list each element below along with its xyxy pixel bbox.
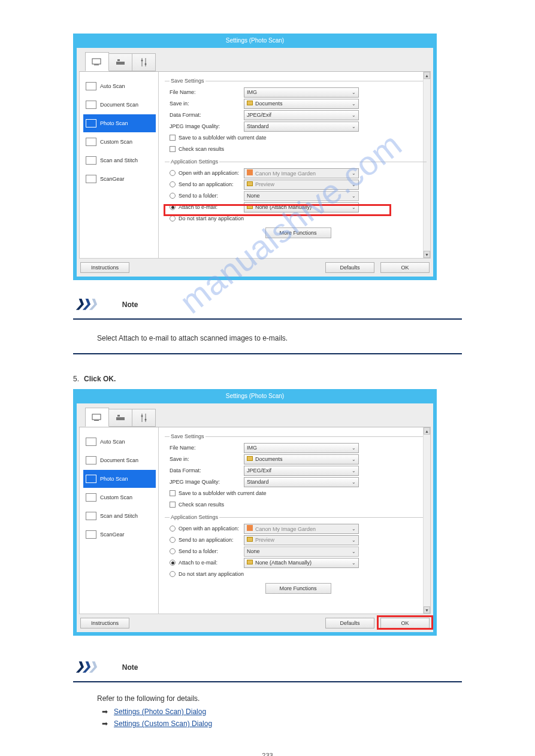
savein-combo[interactable]: Documents⌄ — [244, 99, 359, 109]
scroll-up-icon[interactable]: ▲ — [424, 427, 430, 435]
sendapp-combo[interactable]: Preview⌄ — [244, 535, 359, 545]
attachemail-label: Attach to e-mail: — [179, 560, 217, 566]
openapp-radio[interactable] — [170, 170, 176, 176]
openapp-label: Open with an application: — [179, 526, 239, 532]
openapp-radio[interactable] — [170, 526, 176, 532]
tab-settings[interactable] — [132, 53, 156, 71]
sendfolder-radio[interactable] — [170, 193, 176, 199]
sendfolder-combo[interactable]: None⌄ — [244, 546, 359, 557]
nostart-radio[interactable] — [170, 571, 176, 577]
sidebar-item-docscan[interactable]: Document Scan — [83, 96, 156, 114]
filename-combo[interactable]: IMG⌄ — [244, 87, 359, 98]
more-functions-button[interactable]: More Functions — [265, 227, 331, 238]
defaults-button[interactable]: Defaults — [325, 618, 374, 629]
quality-label: JPEG Image Quality: — [170, 479, 244, 485]
instructions-button[interactable]: Instructions — [80, 618, 129, 629]
bottom-buttons: Instructions Defaults OK — [79, 614, 431, 630]
step-text: Click OK. — [84, 375, 116, 383]
sendfolder-label: Send to a folder: — [179, 548, 218, 554]
format-combo[interactable]: JPEG/Exif⌄ — [244, 110, 359, 120]
sidebar: Auto Scan Document Scan Photo Scan Custo… — [80, 427, 159, 614]
checkresults-label: Check scan results — [179, 502, 224, 508]
openapp-combo[interactable]: Canon My Image Garden⌄ — [244, 524, 359, 534]
scroll-down-icon[interactable]: ▼ — [424, 251, 430, 258]
sidebar-item-autoscan[interactable]: Auto Scan — [83, 433, 156, 451]
attachemail-radio[interactable] — [170, 560, 176, 566]
sidebar-item-scangear[interactable]: ScanGear — [83, 526, 156, 544]
photo-icon — [86, 119, 96, 127]
svg-rect-8 — [92, 414, 101, 420]
more-functions-button[interactable]: More Functions — [265, 583, 331, 594]
tab-from-scanner[interactable] — [108, 53, 132, 71]
filename-label: File Name: — [170, 445, 244, 451]
sidebar-item-customscan[interactable]: Custom Scan — [83, 488, 156, 506]
arrow-right-icon: ➡ — [102, 708, 108, 716]
link-photoscan-dialog[interactable]: Settings (Photo Scan) Dialog — [114, 708, 206, 716]
subfolder-checkbox[interactable] — [170, 135, 176, 141]
nostart-radio[interactable] — [170, 215, 176, 221]
ok-button[interactable]: OK — [380, 618, 430, 629]
svg-rect-10 — [116, 417, 125, 420]
sidebar-item-customscan[interactable]: Custom Scan — [83, 133, 156, 151]
note-body: Select Attach to e-mail to attach scanne… — [73, 323, 462, 354]
tab-from-computer[interactable] — [85, 408, 109, 427]
subfolder-label: Save to a subfolder with current date — [179, 135, 267, 141]
sidebar: Auto Scan Document Scan Photo Scan Custo… — [80, 72, 159, 258]
sidebar-label: Auto Scan — [100, 439, 125, 445]
sidebar-item-autoscan[interactable]: Auto Scan — [83, 77, 156, 95]
chevron-down-icon: ⌄ — [352, 549, 356, 554]
sidebar-item-photoscan[interactable]: Photo Scan — [83, 470, 156, 488]
attachemail-combo[interactable]: None (Attach Manually)⌄ — [244, 202, 359, 212]
sendfolder-radio[interactable] — [170, 548, 176, 554]
checkresults-checkbox[interactable] — [170, 502, 176, 508]
arrow-right-icon: ➡ — [102, 719, 108, 728]
custom-icon — [86, 138, 96, 146]
scroll-up-icon[interactable]: ▲ — [424, 72, 430, 79]
folder-icon — [247, 560, 253, 564]
sidebar-item-photoscan[interactable]: Photo Scan — [83, 114, 156, 132]
instructions-button[interactable]: Instructions — [80, 262, 129, 273]
savein-combo[interactable]: Documents⌄ — [244, 454, 359, 464]
chevron-down-icon: ⌄ — [352, 205, 356, 210]
scroll-down-icon[interactable]: ▼ — [424, 606, 430, 614]
sidebar-label: Scan and Stitch — [100, 513, 138, 519]
tab-from-scanner[interactable] — [108, 409, 132, 427]
chevron-down-icon: ⌄ — [352, 124, 356, 129]
tab-settings[interactable] — [132, 409, 156, 427]
note-heading: Note — [122, 300, 138, 309]
ok-button[interactable]: OK — [380, 262, 430, 273]
sidebar-item-stitch[interactable]: Scan and Stitch — [83, 151, 156, 169]
sidebar-label: Custom Scan — [100, 139, 132, 145]
scrollbar[interactable]: ▲ ▼ — [423, 427, 430, 614]
note-heading: Note — [122, 663, 138, 672]
attachemail-radio[interactable] — [170, 204, 176, 210]
quality-combo[interactable]: Standard⌄ — [244, 477, 359, 487]
openapp-combo[interactable]: Canon My Image Garden⌄ — [244, 168, 359, 178]
sendapp-radio[interactable] — [170, 537, 176, 543]
tab-from-computer[interactable] — [85, 52, 109, 71]
sidebar-item-scangear[interactable]: ScanGear — [83, 170, 156, 188]
main-panel: ▲ ▼ Save Settings File Name:IMG⌄ Save in… — [159, 72, 430, 258]
chevron-down-icon: ⌄ — [352, 193, 356, 199]
sendapp-combo[interactable]: Preview⌄ — [244, 180, 359, 190]
main-panel: ▲ ▼ Save Settings File Name:IMG⌄ Save in… — [159, 427, 430, 614]
sidebar-item-docscan[interactable]: Document Scan — [83, 451, 156, 469]
filename-combo[interactable]: IMG⌄ — [244, 443, 359, 453]
link-customscan-dialog[interactable]: Settings (Custom Scan) Dialog — [114, 719, 212, 728]
format-combo[interactable]: JPEG/Exif⌄ — [244, 466, 359, 476]
app-icon — [247, 525, 253, 531]
sendfolder-combo[interactable]: None⌄ — [244, 191, 359, 201]
sendapp-radio[interactable] — [170, 181, 176, 187]
quality-combo[interactable]: Standard⌄ — [244, 122, 359, 132]
defaults-button[interactable]: Defaults — [325, 262, 374, 273]
scanner-icon — [86, 175, 96, 183]
dialog-title: Settings (Photo Scan) — [77, 37, 433, 48]
checkresults-checkbox[interactable] — [170, 146, 176, 152]
sidebar-item-stitch[interactable]: Scan and Stitch — [83, 507, 156, 525]
subfolder-checkbox[interactable] — [170, 490, 176, 496]
attachemail-combo[interactable]: None (Attach Manually)⌄ — [244, 558, 359, 568]
save-settings-group: Save Settings File Name:IMG⌄ Save in:Doc… — [165, 78, 427, 156]
chevron-down-icon: ⌄ — [352, 113, 356, 118]
save-settings-group: Save Settings File Name:IMG⌄ Save in:Doc… — [165, 433, 427, 512]
sidebar-label: Scan and Stitch — [100, 157, 138, 163]
